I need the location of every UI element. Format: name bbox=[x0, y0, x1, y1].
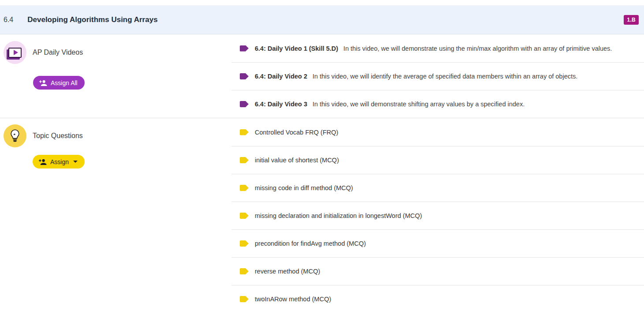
topic-header: 6.4 Developing Algorithms Using Arrays 1… bbox=[0, 5, 644, 34]
video-row[interactable]: 6.4: Daily Video 2 In this video, we wil… bbox=[231, 62, 644, 90]
assign-all-label: Assign All bbox=[51, 79, 78, 86]
assign-all-button[interactable]: Assign All bbox=[33, 76, 85, 90]
video-row[interactable]: 6.4: Daily Video 3 In this video, we wil… bbox=[231, 90, 644, 118]
questions-left-column: Topic Questions Assign bbox=[0, 118, 231, 311]
topic-number: 6.4 bbox=[4, 16, 13, 24]
video-description: In this video, we will demonstrate shift… bbox=[313, 101, 525, 108]
ap-daily-video-icon bbox=[4, 41, 26, 64]
skill-badge: 1.B bbox=[624, 15, 639, 25]
question-row[interactable]: reverse method (MCQ) bbox=[231, 257, 644, 285]
assign-label: Assign bbox=[50, 158, 69, 165]
video-title: 6.4: Daily Video 3 bbox=[255, 101, 307, 108]
question-row[interactable]: missing declaration and initialization i… bbox=[231, 202, 644, 229]
question-tag-icon bbox=[240, 129, 249, 135]
video-description: In this video, we will identify the aver… bbox=[313, 73, 577, 80]
video-row[interactable]: 6.4: Daily Video 1 (Skill 5.D) In this v… bbox=[231, 34, 644, 62]
question-title: missing code in diff method (MCQ) bbox=[255, 184, 353, 191]
video-title: 6.4: Daily Video 1 (Skill 5.D) bbox=[255, 45, 338, 52]
question-row[interactable]: missing code in diff method (MCQ) bbox=[231, 174, 644, 202]
video-title: 6.4: Daily Video 2 bbox=[255, 73, 307, 80]
videos-left-column: AP Daily Videos Assign All bbox=[0, 34, 231, 118]
topic-title: Developing Algorithms Using Arrays bbox=[27, 15, 157, 24]
questions-list: Controlled Vocab FRQ (FRQ) initial value… bbox=[231, 118, 644, 311]
question-tag-icon bbox=[240, 157, 249, 163]
video-description: In this video, we will demonstrate using… bbox=[343, 45, 612, 52]
question-title: reverse method (MCQ) bbox=[255, 268, 320, 275]
question-title: precondition for findAvg method (MCQ) bbox=[255, 240, 366, 247]
question-tag-icon bbox=[240, 268, 249, 274]
chevron-down-icon bbox=[73, 161, 78, 163]
question-title: twoInARow method (MCQ) bbox=[255, 296, 331, 303]
person-add-icon bbox=[38, 158, 47, 165]
lightbulb-icon bbox=[4, 124, 26, 147]
ap-daily-videos-section: AP Daily Videos Assign All 6.4: Daily Vi… bbox=[0, 34, 644, 118]
video-tag-icon bbox=[240, 73, 249, 79]
questions-section-label: Topic Questions bbox=[33, 132, 83, 140]
videos-list: 6.4: Daily Video 1 (Skill 5.D) In this v… bbox=[231, 34, 644, 118]
question-tag-icon bbox=[240, 213, 249, 219]
video-tag-icon bbox=[240, 45, 249, 52]
question-row[interactable]: precondition for findAvg method (MCQ) bbox=[231, 229, 644, 257]
question-title: Controlled Vocab FRQ (FRQ) bbox=[255, 129, 338, 136]
question-row[interactable]: Controlled Vocab FRQ (FRQ) bbox=[231, 118, 644, 146]
question-tag-icon bbox=[240, 296, 249, 302]
person-add-icon bbox=[39, 79, 47, 86]
topic-questions-section: Topic Questions Assign Controlled Vocab … bbox=[0, 118, 644, 311]
question-title: initial value of shortest (MCQ) bbox=[255, 157, 339, 164]
question-title: missing declaration and initialization i… bbox=[255, 212, 422, 219]
question-tag-icon bbox=[240, 185, 249, 191]
video-tag-icon bbox=[240, 101, 249, 107]
videos-section-label: AP Daily Videos bbox=[33, 49, 83, 56]
assign-button[interactable]: Assign bbox=[33, 155, 85, 169]
question-tag-icon bbox=[240, 240, 249, 247]
question-row[interactable]: twoInARow method (MCQ) bbox=[231, 285, 644, 311]
question-row[interactable]: initial value of shortest (MCQ) bbox=[231, 146, 644, 174]
